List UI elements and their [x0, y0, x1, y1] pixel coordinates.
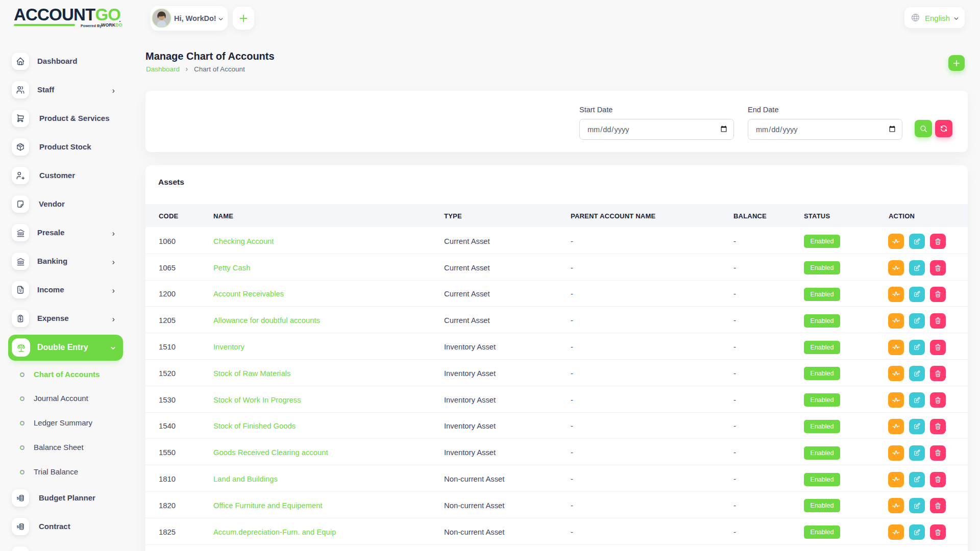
svg-text:$: $	[17, 496, 19, 500]
svg-text:$: $	[17, 524, 19, 529]
